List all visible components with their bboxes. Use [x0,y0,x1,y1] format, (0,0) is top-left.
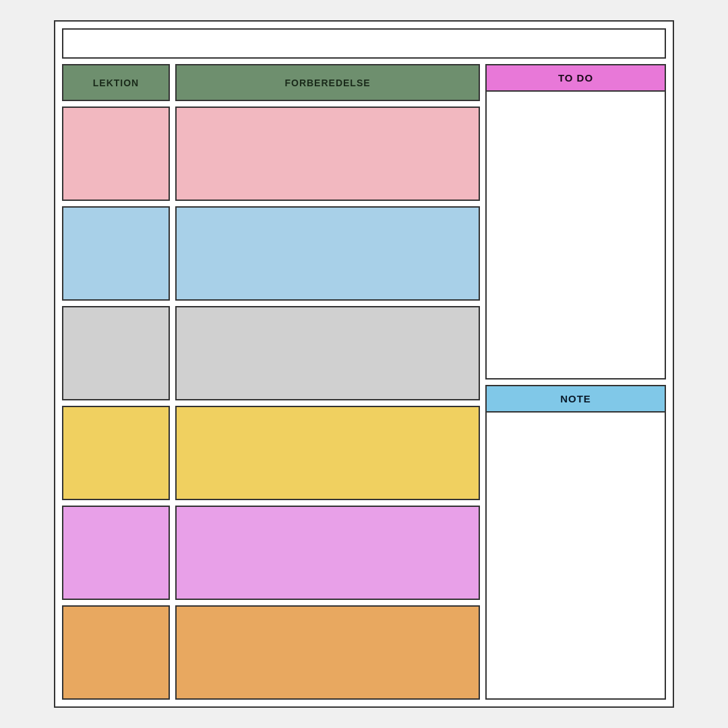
lektion-cell-3[interactable] [62,306,170,400]
row-2 [62,206,480,301]
main-content: LEKTION FORBEREDELSE [62,64,666,700]
row-1 [62,107,480,201]
row-6 [62,605,480,700]
forberedelse-header: FORBEREDELSE [175,64,480,101]
row-4 [62,406,480,500]
lektion-cell-1[interactable] [62,107,170,201]
note-header: NOTE [487,386,665,413]
forberedelse-label: FORBEREDELSE [284,78,370,88]
lektion-cell-6[interactable] [62,605,170,700]
todo-label: TO DO [558,72,593,84]
lektion-cell-4[interactable] [62,406,170,500]
forberedelse-cell-4[interactable] [175,406,480,500]
lektion-label: LEKTION [93,78,139,88]
todo-header: TO DO [487,65,665,92]
page-container: LEKTION FORBEREDELSE [54,20,674,708]
row-3 [62,306,480,400]
note-label: NOTE [560,393,591,404]
forberedelse-cell-6[interactable] [175,605,480,700]
lektion-cell-5[interactable] [62,506,170,600]
header-row: LEKTION FORBEREDELSE [62,64,480,101]
note-body[interactable] [487,413,665,699]
todo-body[interactable] [487,92,665,378]
row-5 [62,506,480,600]
forberedelse-cell-2[interactable] [175,206,480,301]
forberedelse-cell-1[interactable] [175,107,480,201]
lektion-cell-2[interactable] [62,206,170,301]
forberedelse-cell-5[interactable] [175,506,480,600]
lektion-header: LEKTION [62,64,170,101]
todo-block: TO DO [485,64,666,380]
forberedelse-cell-3[interactable] [175,306,480,400]
note-block: NOTE [485,385,666,700]
right-section: TO DO NOTE [485,64,666,700]
left-section: LEKTION FORBEREDELSE [62,64,480,700]
top-bar [62,28,666,59]
